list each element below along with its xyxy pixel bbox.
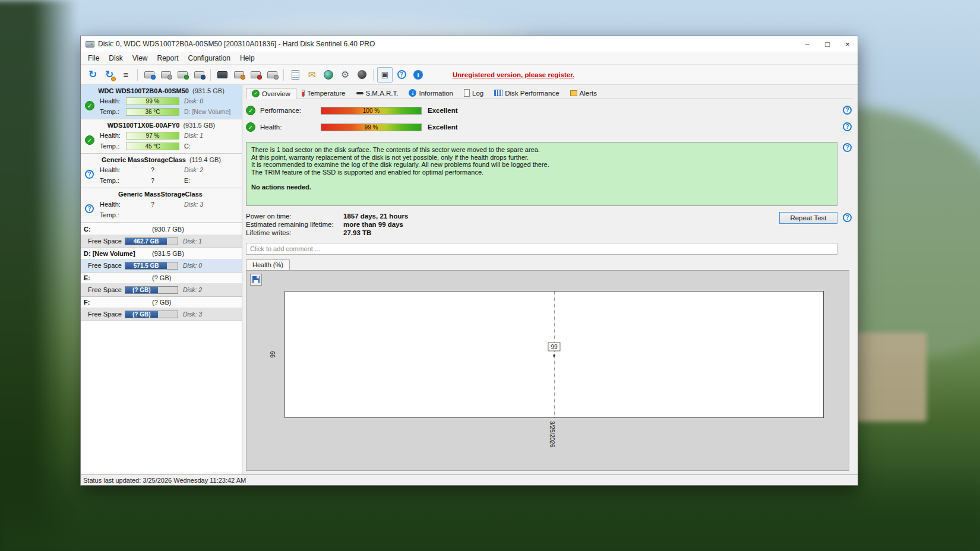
save-chart-button[interactable] [250,274,262,286]
disk-entry-0[interactable]: WDC WDS100T2B0A-00SM50 (931.5 GB) ✓ Heal… [81,85,242,119]
volume-e[interactable]: E: (? GB) Free Space (? GB) Disk: 2 [81,273,242,297]
menu-disk[interactable]: Disk [104,53,127,64]
menu-file[interactable]: File [83,53,104,64]
volume-size: (? GB) [152,274,171,281]
question-glyph: ? [400,71,403,78]
title-bar[interactable]: Disk: 0, WDC WDS100T2B0A-00SM50 [200310A… [81,36,858,52]
chart-tab-health[interactable]: Health (%) [246,259,290,270]
drive-letter: C: [184,142,191,150]
health-section: ✓ Health: 99 % Excellent ? [246,121,853,137]
drive-letter: D: [New Volume] [184,108,230,115]
free-space-fill: (? GB) [125,311,158,318]
disk-extended-test-button[interactable] [158,67,173,83]
preferences-button[interactable] [354,67,369,83]
search-marker-icon [201,75,206,80]
repeat-test-button[interactable]: Repeat Test [779,212,837,224]
disk-tools-button[interactable] [264,67,280,83]
menu-report[interactable]: Report [152,53,183,64]
volume-letter: F: [84,299,90,306]
send-mail-button[interactable]: ✉ [304,67,320,83]
disk-entry-2[interactable]: Generic MassStorageClass (119.4 GB) ? He… [81,154,242,188]
disk-seek-test-button[interactable] [191,67,207,83]
menu-view[interactable]: View [128,53,153,64]
disk-number: Disk: 0 [184,97,203,104]
health-bar: 97 % [126,132,179,140]
performance-label: Performance: [260,107,321,114]
advisory-section: There is 1 bad sector on the disk surfac… [246,137,853,212]
screenshot-button[interactable]: ▣ [377,67,393,83]
minimize-button[interactable]: – [797,36,817,52]
comment-input[interactable] [246,243,837,255]
temp-value: 45 °C [145,143,160,150]
volume-c[interactable]: C: (930.7 GB) Free Space 462.7 GB Disk: … [81,224,242,248]
tab-temperature[interactable]: Temperature [296,87,351,99]
alert-icon [570,90,577,96]
window-title: Disk: 0, WDC WDS100T2B0A-00SM50 [200310A… [98,40,797,48]
report-button[interactable] [287,67,303,83]
temp-bar: 45 °C [126,142,179,150]
disk-number: Disk: 2 [183,286,202,293]
refresh-button[interactable]: ↻ [85,67,100,83]
health-help-icon[interactable]: ? [843,122,852,131]
health-ok-icon: ✓ [246,122,255,132]
performance-bar: 100 % [321,107,422,115]
disk-surface-test-button[interactable] [175,67,190,83]
register-link[interactable]: Unregistered version, please register. [453,71,574,78]
disk-control-button[interactable] [248,67,263,83]
health-row: Health: 99 % Disk: 0 [81,96,242,106]
disk-entry-1[interactable]: WDS100T1X0E-00AFY0 (931.5 GB) ✓ Health: … [81,119,242,154]
question-glyph: ? [845,124,849,130]
info-icon: i [413,70,423,80]
tab-log[interactable]: Log [459,87,489,99]
close-button[interactable]: × [837,36,858,52]
health-rating: Excellent [428,124,458,131]
performance-help-icon[interactable]: ? [843,106,852,115]
stat-value: 27.93 TB [343,229,371,236]
check-glyph: ✓ [87,103,92,109]
disk-number: Disk: 1 [183,238,202,245]
free-space-value: 462.7 GB [134,238,159,245]
tab-bar: ✓ Overview Temperature S.M.A.R.T. i Info… [246,87,853,99]
advisory-line: There is 1 bad sector on the disk surfac… [251,146,832,154]
disk-sidebar: WDC WDS100T2B0A-00SM50 (931.5 GB) ✓ Heal… [81,85,242,474]
about-button[interactable]: i [410,67,426,83]
menu-help[interactable]: Help [235,53,260,64]
log-page-icon [464,89,470,97]
temp-bar: 36 °C [126,108,179,116]
tab-disk-performance[interactable]: Disk Performance [489,87,564,99]
removable-disk-button[interactable] [231,67,246,83]
volume-d[interactable]: D: [New Volume] (931.5 GB) Free Space 57… [81,248,242,273]
tab-smart[interactable]: S.M.A.R.T. [351,87,404,99]
disk-entry-3[interactable]: Generic MassStorageClass ? Health: ? Dis… [81,188,242,223]
repeat-test-help-icon[interactable]: ? [843,213,852,222]
advisory-line: The TRIM feature of the SSD is supported… [251,169,832,176]
maximize-button[interactable]: □ [817,36,837,52]
advisory-emphasis: No actions needed. [251,183,832,191]
help-button[interactable]: ? [394,67,409,83]
surface-map-button[interactable]: ≡ [118,67,134,83]
chart-point [553,354,555,357]
disk-short-test-button[interactable] [141,67,157,83]
network-status-button[interactable] [321,67,336,83]
hard-disk-details-button[interactable] [214,67,230,83]
mail-icon: ✉ [308,69,316,80]
toolbar-separator [283,69,284,81]
tab-label: Temperature [307,90,346,97]
settings-button[interactable]: ⚙ [337,67,353,83]
menu-configuration[interactable]: Configuration [184,53,235,64]
question-glyph: ? [845,144,849,151]
sidebar-empty-area [81,321,242,474]
report-icon [292,70,299,80]
info-glyph: i [412,90,414,96]
volume-f[interactable]: F: (? GB) Free Space (? GB) Disk: 3 [81,297,242,321]
free-space-bar: 571.5 GB [125,262,178,270]
gear-icon: ⚙ [341,69,349,80]
tab-information[interactable]: i Information [403,87,459,99]
hard-disk-icon [217,71,227,78]
rescan-warning-button[interactable]: ↻ [102,67,117,83]
advisory-help-icon[interactable]: ? [843,143,852,152]
tab-alerts[interactable]: Alerts [565,87,602,99]
app-icon [86,41,94,48]
tab-overview[interactable]: ✓ Overview [246,88,296,99]
free-space-bar: 462.7 GB [125,238,178,245]
